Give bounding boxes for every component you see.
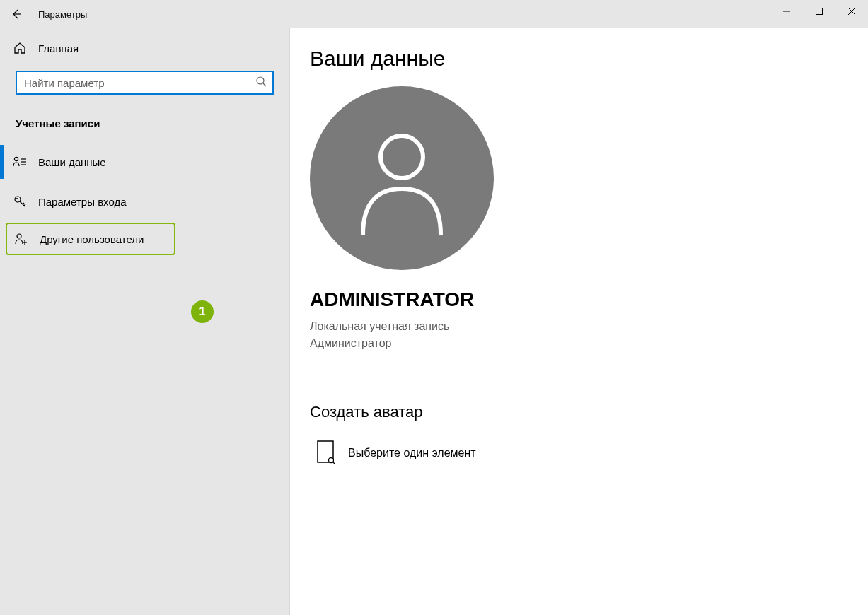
window-controls (770, 0, 868, 23)
minimize-icon (782, 7, 791, 16)
sidebar-home-label: Главная (27, 42, 79, 54)
title-bar: Параметры (0, 0, 868, 28)
svg-point-4 (257, 77, 264, 84)
page-title: Ваши данные (310, 47, 868, 71)
svg-point-17 (329, 458, 334, 463)
sidebar-item-label: Ваши данные (27, 156, 106, 168)
browse-label: Выберите один элемент (348, 447, 476, 459)
search-icon (255, 76, 267, 90)
sidebar-home[interactable]: Главная (0, 28, 289, 68)
add-user-icon (14, 233, 28, 245)
user-role: Администратор (310, 335, 868, 352)
svg-rect-1 (816, 8, 823, 15)
sidebar: Главная Учетные записи (0, 28, 290, 615)
user-account-type: Локальная учетная запись (310, 318, 868, 335)
maximize-button[interactable] (803, 0, 835, 23)
svg-line-18 (333, 462, 335, 464)
browse-for-one[interactable]: Выберите один элемент (310, 440, 868, 467)
sidebar-item-signin-options[interactable]: Параметры входа (0, 182, 289, 221)
sidebar-item-label: Параметры входа (27, 196, 127, 208)
sidebar-item-your-info[interactable]: Ваши данные (0, 142, 289, 182)
svg-point-10 (15, 197, 21, 202)
sidebar-item-label: Другие пользователи (28, 233, 144, 245)
user-name: ADMINISTRATOR (310, 288, 868, 311)
close-button[interactable] (835, 0, 868, 23)
sidebar-item-other-users[interactable]: Другие пользователи (6, 223, 175, 255)
maximize-icon (815, 7, 823, 16)
sidebar-section-header: Учетные записи (0, 105, 289, 142)
svg-point-11 (16, 198, 18, 199)
minimize-button[interactable] (770, 0, 803, 23)
svg-point-15 (381, 136, 423, 178)
search-input[interactable] (24, 77, 255, 89)
browse-icon (316, 440, 335, 467)
create-avatar-title: Создать аватар (310, 403, 868, 421)
annotation-badge-1: 1 (191, 300, 214, 323)
your-info-icon (13, 156, 27, 168)
close-icon (847, 7, 856, 16)
home-icon (13, 42, 27, 54)
search-input-wrap[interactable] (16, 71, 274, 95)
svg-point-12 (17, 234, 21, 238)
svg-line-5 (263, 83, 266, 86)
user-avatar (310, 86, 494, 270)
svg-point-6 (14, 157, 18, 160)
arrow-left-icon (10, 8, 21, 20)
back-button[interactable] (0, 0, 31, 28)
key-icon (13, 195, 27, 208)
main-content: Ваши данные ADMINISTRATOR Локальная учет… (290, 28, 868, 615)
window-title: Параметры (31, 9, 87, 20)
person-icon (349, 122, 455, 235)
